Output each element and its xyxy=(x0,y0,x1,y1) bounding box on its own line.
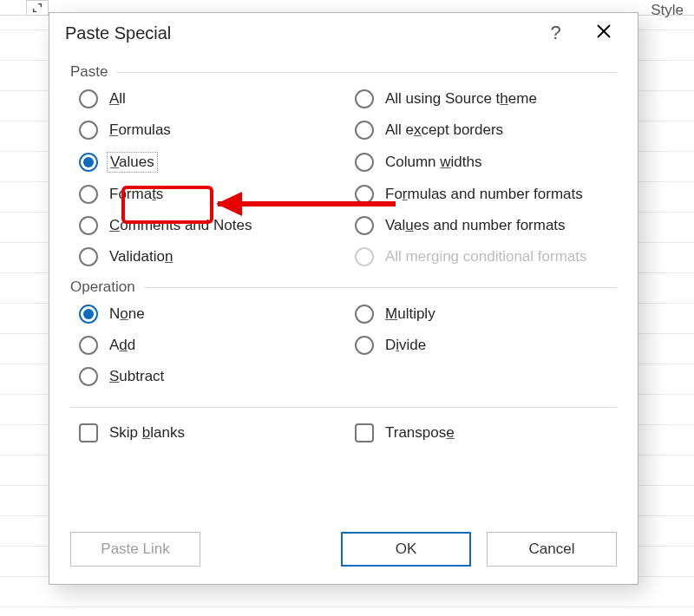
divider xyxy=(116,72,617,73)
radio-label: Values xyxy=(107,152,158,173)
radio-icon xyxy=(79,336,98,355)
radio-icon xyxy=(79,185,98,204)
paste-legend: Paste xyxy=(70,63,108,81)
paste-radio-all[interactable]: All xyxy=(79,89,341,108)
help-button[interactable]: ? xyxy=(532,22,579,44)
radio-label: Add xyxy=(107,336,138,355)
radio-label: All xyxy=(107,89,128,108)
radio-label: All merging conditional formats xyxy=(383,247,589,266)
paste-link-button[interactable]: Paste Link xyxy=(70,532,200,567)
radio-label: All using Source theme xyxy=(383,89,540,108)
paste-special-dialog: Paste Special ? Paste AllAll using Sourc… xyxy=(49,12,638,585)
checkbox-icon xyxy=(79,423,98,442)
divider xyxy=(144,287,617,288)
ok-button[interactable]: OK xyxy=(341,532,471,567)
transpose-label: Transpose xyxy=(383,423,457,442)
paste-radio-src-theme[interactable]: All using Source theme xyxy=(355,89,617,108)
paste-group: Paste AllAll using Source themeFormulasA… xyxy=(70,63,617,273)
radio-icon xyxy=(79,216,98,235)
cancel-button[interactable]: Cancel xyxy=(487,532,617,567)
paste-radio-col-widths[interactable]: Column widths xyxy=(355,152,617,173)
radio-icon xyxy=(355,153,374,172)
radio-label: Formats xyxy=(107,185,166,204)
ribbon-tile xyxy=(26,0,49,16)
operation-radio-add[interactable]: Add xyxy=(79,336,341,355)
radio-label: Formulas xyxy=(107,121,174,140)
radio-label: Formulas and number formats xyxy=(383,185,586,204)
skip-blanks-checkbox[interactable]: Skip blanks xyxy=(79,423,341,442)
paste-radio-comments[interactable]: Comments and Notes xyxy=(79,216,341,235)
radio-label: Values and number formats xyxy=(383,216,568,235)
radio-icon xyxy=(79,121,98,140)
radio-label: Validation xyxy=(107,247,175,266)
radio-label: All except borders xyxy=(383,121,506,140)
radio-icon xyxy=(355,336,374,355)
paste-radio-validation[interactable]: Validation xyxy=(79,247,341,266)
divider xyxy=(70,407,617,408)
radio-icon xyxy=(79,153,98,172)
radio-label: None xyxy=(107,305,147,324)
radio-icon xyxy=(79,247,98,266)
skip-blanks-label: Skip blanks xyxy=(107,423,187,442)
paste-radio-values[interactable]: Values xyxy=(79,152,341,173)
radio-label: Divide xyxy=(383,336,429,355)
ribbon-styles-label: Style xyxy=(651,2,684,19)
paste-radio-formulas[interactable]: Formulas xyxy=(79,121,341,140)
checkbox-icon xyxy=(355,423,374,442)
radio-label: Multiply xyxy=(383,305,438,324)
radio-icon xyxy=(355,89,374,108)
close-button[interactable] xyxy=(579,23,627,44)
radio-icon xyxy=(79,305,98,324)
operation-legend: Operation xyxy=(70,279,135,296)
radio-icon xyxy=(79,367,98,386)
radio-icon xyxy=(355,247,374,266)
operation-radio-multiply[interactable]: Multiply xyxy=(355,305,617,324)
operation-radio-divide[interactable]: Divide xyxy=(355,336,617,355)
radio-icon xyxy=(79,89,98,108)
paste-radio-except-borders[interactable]: All except borders xyxy=(355,121,617,140)
paste-radio-merge-cond: All merging conditional formats xyxy=(355,247,617,266)
operation-radio-none[interactable]: None xyxy=(79,305,341,324)
radio-icon xyxy=(355,121,374,140)
close-icon xyxy=(595,23,612,40)
radio-label: Subtract xyxy=(107,367,167,386)
transpose-checkbox[interactable]: Transpose xyxy=(355,423,617,442)
radio-icon xyxy=(355,305,374,324)
radio-label: Comments and Notes xyxy=(107,216,254,235)
radio-icon xyxy=(355,216,374,235)
radio-label: Column widths xyxy=(383,153,485,172)
radio-icon xyxy=(355,185,374,204)
dialog-title: Paste Special xyxy=(65,23,171,43)
paste-radio-fmt-num[interactable]: Formulas and number formats xyxy=(355,185,617,204)
operation-radio-subtract[interactable]: Subtract xyxy=(79,367,341,386)
paste-radio-val-num[interactable]: Values and number formats xyxy=(355,216,617,235)
paste-radio-formats[interactable]: Formats xyxy=(79,185,341,204)
operation-group: Operation NoneMultiplyAddDivideSubtract xyxy=(70,279,617,393)
